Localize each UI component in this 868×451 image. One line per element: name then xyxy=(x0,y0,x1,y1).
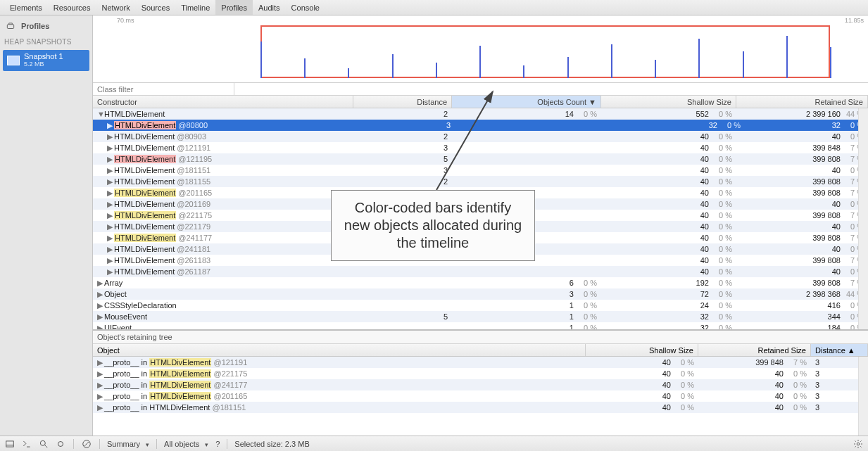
allocation-bar xyxy=(304,58,306,78)
svg-rect-0 xyxy=(7,25,13,29)
snapshot-size: 5.2 MB xyxy=(24,61,63,68)
annotation-arrow-icon xyxy=(422,84,507,197)
retain-row[interactable]: ▶__proto__ in HTMLDivElement @22117540 0… xyxy=(93,368,868,379)
allocation-bar xyxy=(611,44,612,78)
tab-network[interactable]: Network xyxy=(96,0,135,15)
snapshot-name: Snapshot 1 xyxy=(24,53,63,61)
retaining-tree-panel: Object's retaining tree Object Shallow S… xyxy=(93,330,868,436)
allocation-bar xyxy=(567,57,569,78)
table-row[interactable]: ▶Array6 0 %192 0 %399 808 7 % xyxy=(93,277,868,288)
selected-size-label: Selected size: 2.3 MB xyxy=(234,440,309,448)
col-shallow-size[interactable]: Shallow Size xyxy=(601,96,736,108)
console-icon[interactable] xyxy=(21,438,32,450)
tab-sources[interactable]: Sources xyxy=(136,0,175,15)
svg-point-6 xyxy=(58,441,63,446)
devtools-tabstrip: ElementsResourcesNetworkSourcesTimelineP… xyxy=(0,0,868,15)
allocation-bar xyxy=(436,63,437,78)
rcol-shallow[interactable]: Shallow Size xyxy=(586,344,698,356)
rcol-retained[interactable]: Retained Size xyxy=(698,344,811,356)
allocation-bar xyxy=(655,60,656,78)
allocation-bar xyxy=(479,46,481,78)
class-filter-input[interactable] xyxy=(93,85,234,94)
profiles-icon xyxy=(4,20,17,32)
col-constructor[interactable]: Constructor xyxy=(93,96,353,108)
settings-icon[interactable] xyxy=(853,438,864,450)
table-row[interactable]: ▶MouseEvent51 0 %32 0 %344 0 % xyxy=(93,311,868,322)
retaining-tree-title: Object's retaining tree xyxy=(93,331,868,344)
allocation-bar xyxy=(392,54,394,78)
dock-icon[interactable] xyxy=(4,438,15,450)
retain-row[interactable]: ▶__proto__ in HTMLDivElement @12119140 0… xyxy=(93,357,868,368)
timeline-start: 70.ms xyxy=(117,17,134,24)
tab-timeline[interactable]: Timeline xyxy=(175,0,215,15)
table-row[interactable]: ▶UIEvent1 0 %32 0 %184 0 % xyxy=(93,322,868,329)
view-select[interactable]: Summary xyxy=(107,440,149,448)
annotation-callout: Color-coded bars identify new objects al… xyxy=(331,190,535,261)
rcol-distance[interactable]: Distance ▲ xyxy=(811,344,868,356)
tab-resources[interactable]: Resources xyxy=(48,0,96,15)
search-icon[interactable] xyxy=(38,438,49,450)
allocation-bar xyxy=(830,47,831,78)
allocation-bar xyxy=(348,68,349,78)
allocation-bar xyxy=(786,36,788,78)
sidebar-section-heap: HEAP SNAPSHOTS xyxy=(0,35,92,49)
svg-line-10 xyxy=(436,91,493,190)
scrollbar[interactable] xyxy=(858,357,868,436)
allocation-timeline[interactable]: 70.ms 11.85s xyxy=(93,15,868,83)
retain-row[interactable]: ▶__proto__ in HTMLDivElement @18115140 0… xyxy=(93,402,868,413)
clear-icon[interactable] xyxy=(81,438,92,450)
table-row[interactable]: ▶CSSStyleDeclaration1 0 %24 0 %416 0 % xyxy=(93,300,868,311)
snapshot-icon xyxy=(7,56,20,65)
retain-row[interactable]: ▶__proto__ in HTMLDivElement @20116540 0… xyxy=(93,390,868,402)
tab-console[interactable]: Console xyxy=(286,0,325,15)
svg-point-9 xyxy=(857,443,860,445)
status-bar: Summary All objects ? Selected size: 2.3… xyxy=(0,436,868,451)
table-row[interactable]: ▶Object3 0 %72 0 %2 398 368 44 % xyxy=(93,288,868,300)
rcol-object[interactable]: Object xyxy=(93,344,586,356)
allocation-bar xyxy=(698,39,700,78)
sidebar-title: Profiles xyxy=(21,22,49,30)
tab-profiles[interactable]: Profiles xyxy=(215,0,253,15)
sidebar-header: Profiles xyxy=(0,15,92,35)
allocation-bar xyxy=(523,65,524,78)
record-icon[interactable] xyxy=(55,438,66,450)
svg-point-4 xyxy=(40,440,45,445)
col-retained-size[interactable]: Retained Size xyxy=(736,96,868,108)
allocation-bar xyxy=(260,42,262,78)
svg-line-8 xyxy=(84,441,89,446)
retain-row[interactable]: ▶__proto__ in HTMLDivElement @24117740 0… xyxy=(93,379,868,390)
tab-audits[interactable]: Audits xyxy=(253,0,286,15)
timeline-bars xyxy=(260,25,830,78)
scope-select[interactable]: All objects xyxy=(164,440,208,448)
allocation-bar xyxy=(743,51,744,78)
svg-rect-1 xyxy=(6,440,14,446)
snapshot-item[interactable]: Snapshot 1 5.2 MB xyxy=(3,50,89,71)
retaining-tree-header: Object Shallow Size Retained Size Distan… xyxy=(93,344,868,357)
timeline-end: 11.85s xyxy=(845,17,864,24)
help-icon[interactable]: ? xyxy=(215,440,220,448)
svg-line-5 xyxy=(45,445,48,447)
profiles-sidebar: Profiles HEAP SNAPSHOTS Snapshot 1 5.2 M… xyxy=(0,15,93,436)
table-row[interactable]: ▶HTMLDivElement @261187 40 0 %40 0 % xyxy=(93,266,868,277)
tab-elements[interactable]: Elements xyxy=(4,0,48,15)
scrollbar[interactable] xyxy=(858,108,868,329)
